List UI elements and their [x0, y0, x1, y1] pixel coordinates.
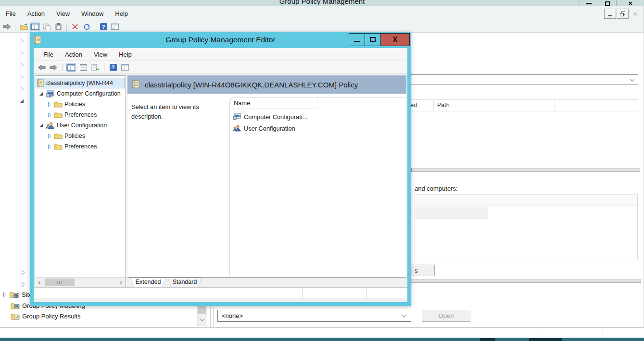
gpme-minimize-button[interactable]	[349, 33, 365, 46]
list-header-row	[415, 195, 637, 206]
help-icon[interactable]: ?	[108, 63, 118, 72]
tree-expander-expanded-icon[interactable]	[39, 91, 44, 96]
console-tree-toggle-icon[interactable]	[66, 63, 76, 72]
tree-expander-icon[interactable]	[48, 144, 52, 149]
chevron-down-icon	[402, 313, 407, 317]
combobox-value: <none>	[222, 312, 243, 319]
main-close-button[interactable]: ×	[616, 0, 644, 6]
console-tree-toggle-icon[interactable]	[30, 23, 40, 31]
copy-icon[interactable]	[42, 23, 51, 31]
tree-expander-icon[interactable]	[20, 38, 25, 44]
chevron-down-icon	[200, 317, 205, 321]
list-item[interactable]	[415, 207, 488, 219]
list-item-computer-configuration[interactable]: Computer Configurati...	[231, 111, 307, 122]
main-menu-action[interactable]: Action	[22, 6, 51, 21]
gpme-console-tree: classtrialpolicy [WIN-R44 Computer Confi…	[35, 75, 126, 287]
console-window-icon[interactable]	[120, 63, 130, 72]
forward-arrow-icon[interactable]	[2, 23, 12, 31]
taskbar-edge	[0, 338, 644, 341]
gpme-maximize-button[interactable]	[365, 33, 381, 46]
tree-expander-icon[interactable]	[20, 74, 25, 80]
open-button[interactable]: Open	[422, 310, 470, 322]
tab-label: Standard	[167, 279, 202, 285]
tree-expander-icon[interactable]	[20, 86, 25, 92]
tree-item-user-preferences[interactable]: Preferences	[48, 141, 126, 152]
gpme-menu-help[interactable]: Help	[113, 48, 138, 61]
forward-arrow-icon[interactable]	[49, 63, 58, 72]
tree-expander-icon[interactable]	[21, 282, 25, 287]
main-menu-window[interactable]: Window	[76, 6, 109, 21]
desktop: Group Policy Management × File Action Vi…	[0, 0, 644, 341]
tree-expander-icon[interactable]	[19, 99, 24, 104]
tab-standard[interactable]: Standard	[167, 278, 202, 287]
main-minimize-button[interactable]	[580, 0, 598, 6]
tree-expander-icon[interactable]	[48, 112, 52, 118]
close-icon: ×	[628, 0, 632, 6]
list-item-user-configuration[interactable]: User Configuration	[231, 122, 295, 134]
tab-extended[interactable]: Extended	[130, 278, 166, 287]
scroll-right-button[interactable]: ›	[117, 278, 126, 287]
tree-item-computer-configuration[interactable]: Computer Configuration	[39, 88, 126, 99]
export-list-icon[interactable]	[90, 63, 100, 72]
tree-expander-icon[interactable]	[20, 62, 25, 68]
sidebar-item-results[interactable]: Group Policy Results	[11, 313, 80, 320]
column-header-linked[interactable]: ed	[410, 102, 417, 109]
computer-icon	[233, 113, 241, 120]
export-folder-icon[interactable]	[19, 23, 28, 31]
wmi-filter-combobox[interactable]: <none>	[217, 310, 411, 322]
mdi-minimize-button[interactable]	[604, 9, 616, 19]
toolbar-separator	[104, 63, 104, 71]
column-header-path[interactable]: Path	[437, 102, 450, 109]
horizontal-scrollbar[interactable]	[406, 279, 641, 283]
list-item-label: User Configuration	[244, 125, 295, 132]
tree-expander-expanded-icon[interactable]	[39, 123, 44, 128]
back-arrow-icon[interactable]	[37, 63, 46, 72]
gpme-menu-view[interactable]: View	[88, 48, 113, 61]
main-menu-file[interactable]: File	[0, 6, 22, 21]
gpme-menu-action[interactable]: Action	[59, 48, 88, 61]
sites-icon	[10, 291, 19, 298]
tree-expander-icon[interactable]	[20, 50, 25, 56]
gpme-menu-file[interactable]: File	[38, 48, 59, 61]
paste-icon[interactable]	[53, 23, 63, 31]
gpme-client-area: File Action View Help	[34, 48, 407, 302]
main-maximize-button[interactable]	[598, 0, 616, 6]
mdi-close-button[interactable]: ×	[629, 9, 641, 19]
main-menu-help[interactable]: Help	[109, 6, 134, 21]
button-label: s	[415, 267, 418, 274]
main-toolbar: ?	[0, 21, 644, 33]
mdi-restore-button[interactable]	[617, 9, 629, 19]
tree-item-computer-preferences[interactable]: Preferences	[48, 110, 126, 120]
tree-item-label: Policies	[64, 101, 85, 108]
gpme-tree-hscrollbar[interactable]: ‹ ||| ›	[35, 277, 126, 287]
gpo-scroll-icon	[37, 79, 44, 87]
column-header-name[interactable]: Name	[231, 97, 317, 109]
tree-item-computer-policies[interactable]: Policies	[48, 99, 126, 110]
tree-item-user-policies[interactable]: Policies	[48, 131, 126, 141]
tree-expander-icon[interactable]	[48, 134, 52, 139]
close-icon: ×	[633, 12, 637, 16]
results-pane-header: classtrialpolicy [WIN-R44O8GIKKQK.DEANLA…	[127, 75, 406, 94]
security-filtering-list[interactable]	[415, 194, 638, 260]
scroll-down-button[interactable]	[198, 314, 206, 325]
restore-icon	[620, 12, 625, 16]
tree-expander-icon[interactable]	[21, 270, 25, 275]
properties-icon[interactable]	[78, 63, 88, 72]
help-icon[interactable]: ?	[99, 23, 108, 31]
description-text: Select an item to view its description.	[131, 103, 199, 120]
tree-expander-icon[interactable]	[48, 102, 52, 107]
list-item-label: Computer Configurati...	[244, 113, 307, 121]
tree-item-root[interactable]: classtrialpolicy [WIN-R44	[37, 78, 126, 88]
gpme-titlebar[interactable]: Group Policy Management Editor X	[30, 32, 411, 48]
tree-expander-icon[interactable]	[3, 292, 7, 297]
main-menu-view[interactable]: View	[51, 6, 76, 21]
horizontal-scrollbar[interactable]	[411, 168, 640, 172]
tree-item-user-configuration[interactable]: User Configuration	[39, 120, 126, 131]
tree-item-label: classtrialpolicy [WIN-R44	[46, 80, 113, 86]
scrollbar-thumb[interactable]: |||	[45, 279, 75, 286]
console-window-icon[interactable]	[110, 23, 120, 31]
gpme-close-button[interactable]: X	[380, 33, 410, 46]
refresh-icon[interactable]	[82, 23, 91, 31]
delete-icon[interactable]	[70, 23, 80, 31]
scroll-left-button[interactable]: ‹	[35, 278, 44, 287]
